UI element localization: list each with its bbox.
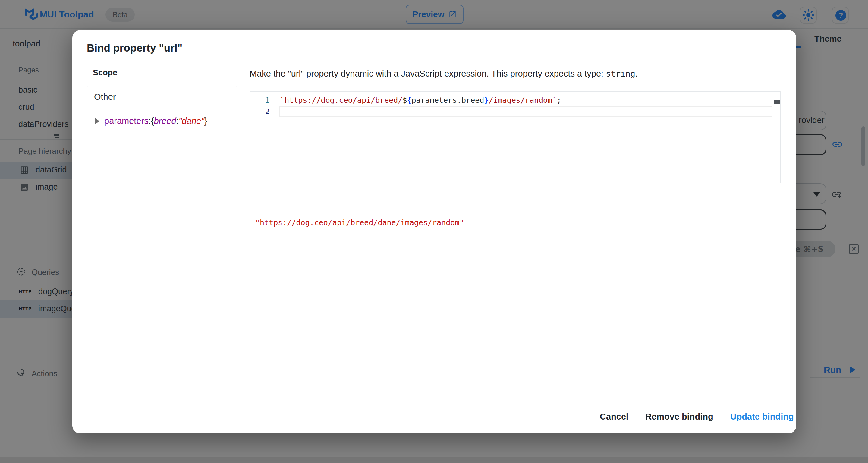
token-backtick-end: `: [552, 96, 557, 104]
expand-arrow-icon: [95, 118, 99, 124]
param-key-sep: :: [176, 116, 179, 126]
scope-parameters-row[interactable]: parameters: {breed: "dane"}: [87, 108, 237, 134]
param-close-brace: }: [204, 116, 207, 126]
line-number-1: 1: [250, 95, 270, 106]
dialog-description: Make the "url" property dynamic with a J…: [250, 69, 638, 79]
token-semicolon: ;: [557, 96, 561, 104]
param-name: parameters: [104, 116, 149, 126]
cancel-button[interactable]: Cancel: [600, 412, 628, 422]
description-text: Make the "url" property dynamic with a J…: [250, 69, 606, 79]
remove-binding-button[interactable]: Remove binding: [645, 412, 713, 422]
param-key: breed: [154, 116, 176, 126]
param-value: "dane": [179, 116, 204, 126]
scope-heading: Scope: [93, 68, 117, 78]
dialog-title: Bind property "url": [87, 42, 182, 54]
token-backtick: `: [280, 96, 284, 104]
token-url-prefix: https://dog.ceo/api/breed/: [284, 96, 402, 104]
scope-group-row: Other: [87, 86, 237, 108]
token-close-brace: }: [484, 96, 489, 104]
token-dollar: $: [402, 96, 407, 104]
token-url-suffix: /images/random: [489, 96, 552, 104]
code-line-1: `https://dog.ceo/api/breed/${parameters.…: [280, 95, 561, 106]
scope-group-label: Other: [94, 92, 116, 102]
overview-ruler: [773, 92, 780, 183]
scope-browser: Other parameters: {breed: "dane"}: [87, 86, 237, 134]
description-period: .: [635, 69, 638, 79]
dialog-actions: Cancel Remove binding Update binding: [600, 412, 794, 422]
code-editor[interactable]: 1 2 `https://dog.ceo/api/breed/${paramet…: [250, 91, 781, 183]
token-expression: parameters.breed: [412, 96, 484, 104]
description-type: string: [606, 69, 635, 79]
line-number-2: 2: [250, 106, 270, 117]
param-open-brace: {: [151, 116, 154, 126]
evaluated-result: "https://dog.ceo/api/breed/dane/images/r…: [255, 218, 464, 227]
token-open-brace: {: [407, 96, 411, 104]
param-sep: :: [149, 116, 151, 126]
current-line-highlight: [279, 106, 772, 117]
update-binding-button[interactable]: Update binding: [730, 412, 794, 422]
cursor-position-marker: [774, 100, 780, 104]
